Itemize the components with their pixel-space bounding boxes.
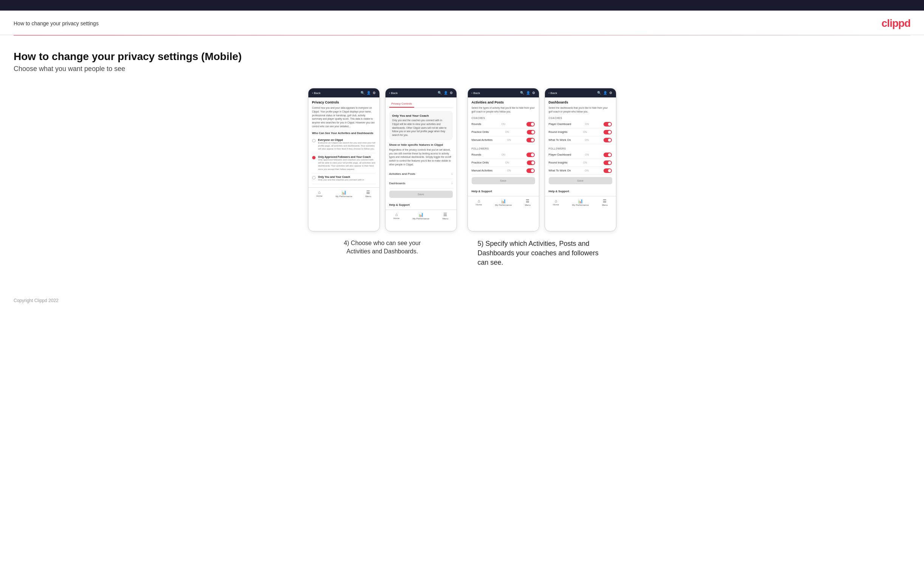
radio-everyone[interactable] bbox=[312, 139, 315, 142]
profile-icon[interactable]: 👤 bbox=[367, 91, 371, 95]
option-only-you-text: Only You and Your Coach Only you and the… bbox=[318, 176, 364, 181]
screen1-icons: 🔍 👤 ⚙ bbox=[360, 91, 376, 95]
followers-round-insights-toggle-switch[interactable] bbox=[604, 161, 612, 165]
settings-icon[interactable]: ⚙ bbox=[373, 91, 376, 95]
settings-icon-2[interactable]: ⚙ bbox=[450, 91, 453, 95]
page-subtitle: Choose what you want people to see bbox=[14, 65, 910, 73]
followers-manual-toggle: Manual Activities ON bbox=[472, 167, 535, 175]
performance-icon-2: 📊 bbox=[418, 212, 424, 217]
screen3-topbar: ‹ Back 🔍 👤 ⚙ bbox=[468, 89, 539, 97]
nav-performance-4[interactable]: 📊 My Performance bbox=[572, 198, 589, 206]
settings-icon-3[interactable]: ⚙ bbox=[532, 91, 535, 95]
group-left: ‹ Back 🔍 👤 ⚙ Privacy Controls Control ho… bbox=[308, 88, 457, 256]
header: How to change your privacy settings clip… bbox=[0, 11, 924, 35]
option-approved[interactable]: Only Approved Followers and Your Coach O… bbox=[312, 153, 376, 174]
coaches-drills-toggle-switch[interactable] bbox=[527, 130, 535, 134]
nav-performance-1[interactable]: 📊 My Performance bbox=[336, 190, 352, 198]
coaches-player-dash-toggle: Player Dashboard ON bbox=[549, 121, 612, 128]
search-icon[interactable]: 🔍 bbox=[360, 91, 365, 95]
activities-posts-item[interactable]: Activities and Posts › bbox=[389, 169, 453, 179]
help-support-2: Help & Support bbox=[389, 203, 453, 206]
dashboards-item[interactable]: Dashboards › bbox=[389, 179, 453, 189]
back-button-1[interactable]: ‹ Back bbox=[312, 91, 321, 95]
back-button-3[interactable]: ‹ Back bbox=[472, 91, 480, 95]
option-approved-text: Only Approved Followers and Your Coach O… bbox=[318, 156, 376, 171]
show-hide-text: Regardless of the privacy controls that … bbox=[389, 148, 453, 166]
radio-only-you[interactable] bbox=[312, 176, 315, 179]
screen1-topbar: ‹ Back 🔍 👤 ⚙ bbox=[309, 89, 380, 97]
home-icon-4: ⌂ bbox=[555, 198, 557, 203]
save-button-4[interactable]: Save bbox=[549, 177, 612, 184]
coaches-rounds-toggle: Rounds ON bbox=[472, 121, 535, 128]
coaches-manual-on-label: ON bbox=[507, 139, 511, 141]
save-button-3[interactable]: Save bbox=[472, 177, 535, 184]
screen2-topbar: ‹ Back 🔍 👤 ⚙ bbox=[386, 89, 457, 97]
popup-title: Only You and Your Coach bbox=[392, 114, 450, 118]
coaches-manual-toggle-switch[interactable] bbox=[527, 138, 535, 142]
coaches-what-to-work-toggle-switch[interactable] bbox=[604, 138, 612, 142]
profile-icon-2[interactable]: 👤 bbox=[444, 91, 448, 95]
nav-home-2[interactable]: ⌂ Home bbox=[393, 212, 399, 220]
search-icon-3[interactable]: 🔍 bbox=[520, 91, 524, 95]
followers-drills-on-label: ON bbox=[505, 161, 509, 164]
settings-icon-4[interactable]: ⚙ bbox=[609, 91, 612, 95]
coaches-player-dash-on-label: ON bbox=[585, 123, 589, 126]
followers-what-to-work-toggle-switch[interactable] bbox=[604, 168, 612, 173]
followers-label-4: FOLLOWERS bbox=[549, 147, 612, 150]
screen3-nav: ⌂ Home 📊 My Performance ☰ Menu bbox=[468, 196, 539, 208]
followers-round-insights-on-label: ON bbox=[583, 161, 587, 164]
screen3-icons: 🔍 👤 ⚙ bbox=[520, 91, 535, 95]
logo: clippd bbox=[882, 18, 910, 29]
nav-home-4[interactable]: ⌂ Home bbox=[553, 198, 559, 206]
nav-menu-1[interactable]: ☰ Menu bbox=[365, 190, 371, 198]
screen1-nav: ⌂ Home 📊 My Performance ☰ Menu bbox=[309, 187, 380, 200]
back-button-4[interactable]: ‹ Back bbox=[549, 91, 557, 95]
search-icon-2[interactable]: 🔍 bbox=[438, 91, 442, 95]
followers-rounds-toggle-switch[interactable] bbox=[527, 153, 535, 157]
followers-what-to-work-on-label: ON bbox=[585, 169, 589, 172]
followers-round-insights-toggle: Round Insights ON bbox=[549, 159, 612, 167]
option-everyone-text: Everyone on Clippd Everyone on Clippd ca… bbox=[318, 139, 376, 151]
screen4-icons: 🔍 👤 ⚙ bbox=[597, 91, 612, 95]
screen4-topbar: ‹ Back 🔍 👤 ⚙ bbox=[545, 89, 616, 97]
nav-home-3[interactable]: ⌂ Home bbox=[476, 198, 482, 206]
radio-approved[interactable] bbox=[312, 156, 315, 160]
search-icon-4[interactable]: 🔍 bbox=[597, 91, 601, 95]
followers-drills-toggle-switch[interactable] bbox=[527, 161, 535, 165]
nav-home-1[interactable]: ⌂ Home bbox=[316, 190, 322, 198]
back-button-2[interactable]: ‹ Back bbox=[389, 91, 398, 95]
profile-icon-3[interactable]: 👤 bbox=[526, 91, 530, 95]
screen-1: ‹ Back 🔍 👤 ⚙ Privacy Controls Control ho… bbox=[308, 88, 380, 232]
caption-right: 5) Specify which Activities, Posts and D… bbox=[478, 239, 606, 268]
profile-icon-4[interactable]: 👤 bbox=[603, 91, 607, 95]
arrow-right-icon-2: › bbox=[452, 182, 453, 185]
nav-menu-3[interactable]: ☰ Menu bbox=[525, 198, 531, 206]
screen1-section-title: Privacy Controls bbox=[312, 100, 376, 104]
followers-player-dash-toggle: Player Dashboard ON bbox=[549, 151, 612, 159]
pair-right: ‹ Back 🔍 👤 ⚙ Activities and Posts Select… bbox=[467, 88, 616, 232]
followers-manual-on-label: ON bbox=[507, 169, 511, 172]
nav-menu-2[interactable]: ☰ Menu bbox=[443, 212, 448, 220]
home-icon-1: ⌂ bbox=[318, 190, 321, 195]
coaches-player-dash-toggle-switch[interactable] bbox=[604, 122, 612, 126]
coaches-rounds-toggle-switch[interactable] bbox=[527, 122, 535, 126]
show-hide-title: Show or hide specific features in Clippd bbox=[389, 143, 453, 147]
arrow-right-icon-1: › bbox=[452, 172, 453, 176]
nav-performance-3[interactable]: 📊 My Performance bbox=[495, 198, 512, 206]
home-icon-2: ⌂ bbox=[395, 212, 398, 217]
option-everyone[interactable]: Everyone on Clippd Everyone on Clippd ca… bbox=[312, 136, 376, 153]
popup-text: Only you and the coaches you connect wit… bbox=[392, 119, 450, 137]
followers-manual-toggle-switch[interactable] bbox=[527, 168, 535, 173]
copyright: Copyright Clippd 2022 bbox=[14, 298, 58, 303]
option-only-you[interactable]: Only You and Your Coach Only you and the… bbox=[312, 173, 376, 184]
coaches-round-insights-toggle-switch[interactable] bbox=[604, 130, 612, 134]
coaches-drills-on-label: ON bbox=[505, 131, 509, 133]
pair-left: ‹ Back 🔍 👤 ⚙ Privacy Controls Control ho… bbox=[308, 88, 457, 232]
tab-privacy-controls[interactable]: Privacy Controls bbox=[389, 100, 415, 108]
coaches-what-to-work-toggle: What To Work On ON bbox=[549, 136, 612, 144]
nav-menu-4[interactable]: ☰ Menu bbox=[602, 198, 608, 206]
nav-performance-2[interactable]: 📊 My Performance bbox=[413, 212, 429, 220]
followers-player-dash-toggle-switch[interactable] bbox=[604, 153, 612, 157]
save-button-2[interactable]: Save bbox=[389, 191, 453, 198]
help-support-3: Help & Support bbox=[472, 190, 535, 193]
